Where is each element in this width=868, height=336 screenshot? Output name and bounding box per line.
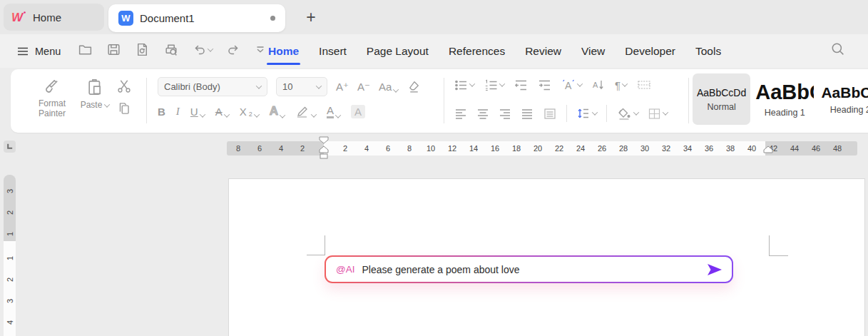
tab-references[interactable]: References — [439, 34, 515, 68]
shading-button[interactable] — [616, 107, 638, 121]
bold-button[interactable]: B — [158, 106, 165, 118]
show-formatting-marks-button[interactable]: ¶ — [615, 79, 627, 91]
document-tab-label: Document1 — [140, 12, 264, 24]
tab-view[interactable]: View — [571, 34, 615, 68]
search-icon[interactable] — [830, 41, 846, 57]
font-family-select[interactable]: Calibri (Body) — [158, 77, 267, 96]
paragraph-group: A A ¶ — [449, 75, 688, 128]
italic-button[interactable]: I — [176, 106, 180, 118]
vertical-ruler-numbers-bottom: 1234 — [4, 248, 16, 333]
menu-label: Menu — [35, 46, 61, 57]
text-direction-button[interactable] — [637, 79, 651, 91]
vertical-ruler-numbers-top: 321 — [4, 180, 16, 245]
redo-button[interactable] — [224, 41, 242, 59]
vertical-ruler[interactable]: 321 1234 — [4, 175, 16, 336]
highlight-color-button[interactable] — [295, 105, 316, 118]
bullet-list-button[interactable] — [454, 79, 474, 91]
change-case-button[interactable]: Aa — [379, 81, 398, 93]
ai-prompt-box[interactable]: @AI Please generate a poem about love — [325, 255, 733, 283]
chevron-down-icon — [223, 111, 229, 117]
character-shading-button[interactable]: A — [351, 105, 365, 118]
style-heading-1[interactable]: AaBbC Heading 1 — [755, 73, 815, 125]
new-tab-button[interactable]: + — [301, 6, 321, 29]
hanging-indent-marker[interactable] — [319, 146, 329, 153]
ruler-number: 28 — [613, 141, 634, 156]
font-color-button[interactable]: A — [327, 105, 340, 118]
underline-button[interactable]: U — [190, 106, 205, 118]
chevron-down-icon — [316, 83, 322, 88]
save-button[interactable] — [104, 40, 123, 59]
font-size-select[interactable]: 10 — [276, 77, 327, 96]
ruler-number: 38 — [720, 141, 741, 156]
chevron-down-icon — [633, 109, 639, 115]
line-spacing-button[interactable] — [576, 107, 597, 120]
open-file-button[interactable] — [76, 40, 95, 59]
ruler-number: 18 — [506, 141, 527, 156]
ruler-numbers-right: 42444648 — [762, 141, 848, 156]
paste-dropdown-chevron[interactable] — [104, 101, 110, 107]
phonetic-guide-button[interactable]: A — [561, 78, 582, 91]
first-line-indent-marker[interactable] — [319, 136, 329, 144]
tab-stop-selector[interactable] — [4, 141, 16, 153]
undo-dropdown-chevron[interactable] — [208, 46, 213, 51]
text-effects-label: A — [270, 104, 278, 118]
tab-insert[interactable]: Insert — [309, 34, 357, 68]
ruler-number: 48 — [827, 141, 848, 156]
strikethrough-button[interactable]: A — [215, 106, 229, 118]
tab-review[interactable]: Review — [515, 34, 571, 68]
ruler-number: 2 — [0, 274, 21, 286]
export-pdf-button[interactable] — [133, 40, 152, 59]
decrease-indent-button[interactable] — [514, 79, 528, 91]
style-heading-2[interactable]: AaBbCc Heading 2 — [819, 73, 868, 125]
right-indent-marker[interactable] — [763, 146, 773, 153]
text-effects-button[interactable]: A — [270, 104, 285, 118]
style-normal[interactable]: AaBbCcDd Normal — [693, 73, 750, 125]
align-right-button[interactable] — [499, 108, 511, 119]
distributed-button[interactable] — [543, 108, 557, 120]
superscript-button[interactable]: X2 — [240, 106, 259, 118]
align-center-button[interactable] — [476, 108, 489, 119]
ruler-number: 8 — [228, 141, 249, 156]
print-preview-button[interactable] — [161, 40, 181, 59]
unsaved-indicator-dot[interactable] — [270, 16, 275, 21]
svg-text:W: W — [11, 11, 24, 24]
copy-button[interactable] — [116, 101, 132, 116]
align-left-button[interactable] — [454, 108, 467, 119]
document-tab[interactable]: W Document1 — [108, 4, 285, 32]
increase-indent-button[interactable] — [538, 79, 551, 91]
grow-font-button[interactable]: A⁺ — [336, 81, 349, 93]
paste-button[interactable]: Paste — [76, 78, 113, 111]
shrink-font-button[interactable]: A⁻ — [357, 81, 370, 93]
ruler-number: 20 — [527, 141, 548, 156]
menu-bar: Menu — [0, 34, 868, 68]
ruler-number: 4 — [0, 317, 21, 329]
clear-formatting-button[interactable] — [407, 79, 422, 94]
style-preview: AaBbC — [755, 81, 814, 104]
borders-button[interactable] — [648, 108, 668, 120]
ruler-number: 24 — [570, 141, 591, 156]
send-icon[interactable] — [706, 263, 723, 276]
ruler-number: 26 — [591, 141, 613, 156]
sort-button[interactable]: A — [592, 78, 605, 91]
left-indent-marker[interactable] — [320, 153, 328, 159]
home-launcher-tab[interactable]: W Home — [4, 4, 104, 31]
justify-button[interactable] — [521, 108, 533, 119]
home-tab-label: Home — [33, 11, 61, 24]
chevron-down-icon — [280, 112, 285, 118]
wps-logo-icon: W — [11, 10, 27, 24]
format-painter-button[interactable]: Format Painter — [31, 78, 73, 119]
undo-button[interactable] — [190, 41, 215, 59]
svg-text:A: A — [593, 81, 598, 89]
ruler-number: 4 — [270, 141, 292, 156]
tab-home[interactable]: Home — [258, 34, 309, 68]
ai-prompt-input[interactable]: Please generate a poem about love — [362, 264, 699, 275]
margin-mark — [769, 255, 788, 256]
main-menu-button[interactable]: Menu — [17, 41, 61, 62]
tab-page-layout[interactable]: Page Layout — [357, 34, 439, 68]
wps-writer-window: W Home W Document1 + Menu — [0, 0, 868, 336]
cut-button[interactable] — [116, 79, 132, 93]
tab-tools[interactable]: Tools — [685, 34, 731, 68]
numbered-list-button[interactable] — [484, 79, 504, 91]
superscript-exp: 2 — [249, 111, 252, 118]
tab-developer[interactable]: Developer — [615, 34, 685, 68]
